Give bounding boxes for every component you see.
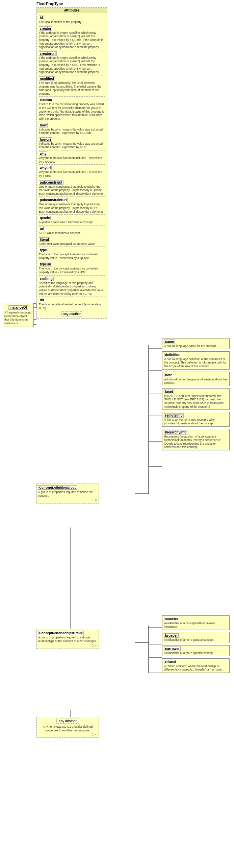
concept-relationships-group-label: ConceptRelationshipsGroup	[38, 631, 84, 635]
concept-definition-box: definition A natural language definition…	[162, 351, 230, 370]
concept-remoteinfo-desc: A link to an item or a web resource whic…	[164, 418, 228, 425]
attr-id-name: id	[39, 16, 44, 20]
attr-literal-name: literal	[39, 237, 50, 242]
concept-relationships-group-desc: A group of properties required to indica…	[38, 636, 97, 643]
concept-related-desc: A related concept, where the relationshi…	[164, 664, 228, 672]
concept-note-box: note Additional natural language informa…	[162, 372, 230, 386]
concept-sameas-box: sameAs An identifier of a concept with e…	[162, 615, 230, 630]
attr-uri-name: uri	[39, 227, 45, 231]
concept-facet-label: facet	[164, 390, 174, 394]
concept-broader-desc: An identifier of a more general concept.	[164, 638, 228, 642]
concept-facet-desc: In NAR 1.8 and later, facet is deprecate…	[164, 394, 228, 409]
attr-dir: dir The directionality of textual conten…	[39, 298, 105, 310]
attr-typeuri: typeuri The type of the concept assigned…	[39, 262, 105, 274]
attr-custom-desc: If set to true the corresponding propert…	[39, 102, 105, 120]
concept-narrower-desc: An identifier of a more specific concept…	[164, 651, 228, 655]
attr-pubconstrainturi-desc: One or many constraints that apply to pu…	[39, 203, 105, 213]
concept-definition-group-box: ConceptDefinitionGroup A group of proper…	[36, 484, 99, 503]
concept-definition-desc: A natural language definition of the sem…	[164, 357, 228, 368]
attr-why-desc: Why the metadata has been included - exp…	[39, 156, 105, 163]
concept-definition-group-desc: A group of properties required to define…	[38, 490, 97, 497]
attr-literal: literal A free-text value assigned as pr…	[39, 237, 105, 246]
attr-dir-desc: The directionality of textual content (e…	[39, 303, 105, 310]
attr-id-desc: The local identifier of the property.	[39, 20, 105, 24]
concept-facet-box: facet In NAR 1.8 and later, facet is dep…	[162, 388, 230, 410]
attr-how-desc: Indicates by which means the value was e…	[39, 128, 105, 135]
concept-broader-box: broader An identifier of a more general …	[162, 632, 230, 643]
attributes-body: id The local identifier of the property.…	[37, 13, 107, 318]
concept-broader-label: broader	[164, 633, 179, 638]
attr-custom-name: custom	[39, 98, 53, 102]
attr-creator-name: creator	[39, 26, 52, 31]
attr-creatoruri-desc: If the attribute is empty, specifies whi…	[39, 56, 105, 74]
attr-type-name: type	[39, 248, 48, 252]
attr-qcode: qcode A qualified code which identifies …	[39, 216, 105, 224]
concept-name-box: name A natural language name for the con…	[162, 338, 230, 349]
attr-whyuri: whyuri Why the metadata has been include…	[39, 166, 105, 178]
attr-pubconstraint-name: pubconstraint	[39, 180, 63, 185]
attr-uri: uri A URI which identifies a concept.	[39, 227, 105, 235]
attr-pubconstraint-desc: One or many constraints that apply to pu…	[39, 185, 105, 196]
attr-custom: custom If set to true the corresponding …	[39, 98, 105, 120]
attr-type-desc: The type of the concept assigned as cont…	[39, 253, 105, 260]
attr-whyuri-desc: Why the metadata has been included - exp…	[39, 170, 105, 178]
concept-remoteinfo-label: remoteInfo	[164, 413, 184, 418]
concept-note-desc: Additional natural language information …	[164, 378, 228, 385]
concept-definition-group-label: ConceptDefinitionGroup	[38, 485, 77, 490]
instanceof-box: instanceOf A frequently updating informa…	[3, 304, 34, 327]
concept-hierarchyinfo-box: hierarchyInfo Represents the position of…	[162, 429, 230, 451]
attr-why-name: why	[39, 151, 47, 156]
attr-xmllang-desc: Specifies the language of this property …	[39, 281, 105, 296]
instanceof-label: instanceOf	[8, 305, 28, 310]
attr-creatoruri-name: creatoruri	[39, 51, 57, 56]
attr-pubconstrainturi: pubconstrainturi One or many constraints…	[39, 198, 105, 213]
attr-creatoruri: creatoruri If the attribute is empty, sp…	[39, 51, 105, 74]
attr-literal-desc: A free-text value assigned as property v…	[39, 242, 105, 246]
attributes-box: attributes id The local identifier of th…	[36, 7, 107, 319]
attr-modified-name: modified	[39, 76, 55, 81]
bottom-any-other-label: any ##other	[56, 719, 79, 724]
concept-hierarchyinfo-desc: Represents the position of a concept in …	[164, 435, 228, 449]
attr-xmllang: xmllang Specifies the language of this p…	[39, 277, 105, 296]
attr-howuri-desc: Indicates by which means the value was e…	[39, 142, 105, 149]
attr-xmllang-name: xmllang	[39, 277, 54, 281]
attr-creator: creator If the attribute is empty, speci…	[39, 26, 105, 49]
attr-why: why Why the metadata has been included -…	[39, 151, 105, 163]
concept-related-box: related A related concept, where the rel…	[162, 658, 230, 673]
attr-howuri-name: howuri	[39, 137, 52, 142]
attr-modified: modified The date (and, optionally, the …	[39, 76, 105, 96]
concept-relationships-group-box: ConceptRelationshipsGroup A group of pro…	[36, 629, 99, 649]
attr-pubconstraint: pubconstraint One or many constraints th…	[39, 180, 105, 196]
attr-how-name: how	[39, 123, 48, 127]
concept-name-desc: A natural language name for the concept.	[164, 344, 228, 348]
attr-qcode-desc: A qualified code which identifies a conc…	[39, 220, 105, 224]
concept-note-label: note	[164, 373, 173, 377]
attributes-title: attributes	[37, 8, 107, 13]
attr-howuri: howuri Indicates by which means the valu…	[39, 137, 105, 149]
bottom-any-other-desc: Any non-News ML-G2 provider-defined prop…	[38, 725, 97, 732]
attr-creator-desc: If the attribute is empty, specifies whi…	[39, 31, 105, 49]
main-title: Flex1PropType	[36, 2, 63, 6]
concept-relationships-group-multiplicity: 0..∞	[92, 644, 97, 647]
concept-definition-group-multiplicity: 0..∞	[92, 498, 97, 502]
attr-type: type The type of the concept assigned as…	[39, 248, 105, 260]
page-wrapper: ... ... Flex1PropType	[0, 0, 234, 868]
bottom-any-other-box: any ##other Any non-News ML-G2 provider-…	[36, 717, 99, 738]
attr-pubconstrainturi-name: pubconstrainturi	[39, 198, 68, 202]
attr-how: how Indicates by which means the value w…	[39, 123, 105, 135]
attr-id: id The local identifier of the property.	[39, 16, 105, 24]
concept-sameas-label: sameAs	[164, 617, 179, 621]
bottom-any-other-multiplicity: 0..∞	[92, 733, 97, 736]
concept-sameas-desc: An identifier of a concept with equivale…	[164, 621, 228, 629]
any-other-row: any ##other	[39, 312, 105, 316]
concept-narrower-label: narrower	[164, 647, 181, 651]
concept-definition-label: definition	[164, 353, 181, 357]
concept-narrower-box: narrower An identifier of a more specifi…	[162, 645, 230, 656]
attr-dir-name: dir	[39, 298, 45, 302]
attr-qcode-name: qcode	[39, 216, 51, 220]
concept-remoteinfo-box: remoteInfo A link to an item or a web re…	[162, 412, 230, 426]
attr-uri-desc: A URI which identifies a concept.	[39, 231, 105, 235]
attr-typeuri-desc: The type of the concept assigned as cont…	[39, 267, 105, 274]
concept-related-label: related	[164, 660, 177, 664]
attr-typeuri-name: typeuri	[39, 262, 52, 266]
